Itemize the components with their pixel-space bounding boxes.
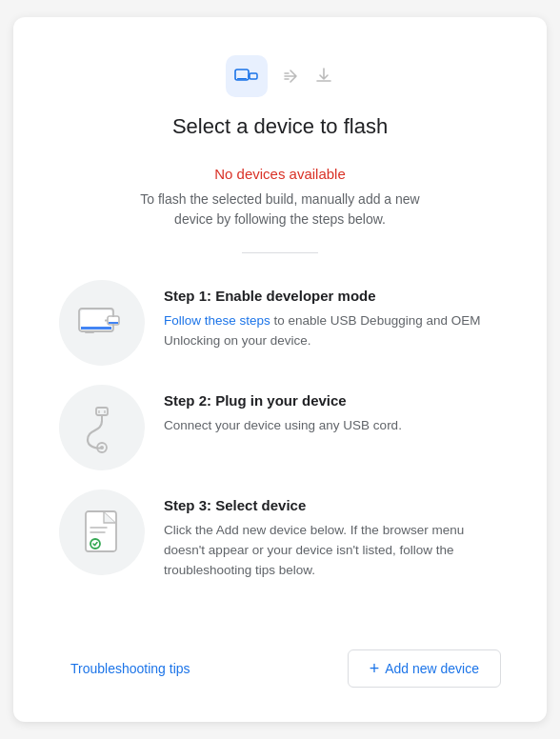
troubleshoot-button[interactable]: Troubleshooting tips — [59, 651, 202, 686]
no-devices-status: No devices available — [214, 166, 346, 182]
step-2-icon-wrap — [59, 385, 145, 470]
svg-rect-4 — [250, 74, 256, 78]
add-device-button[interactable]: + Add new device — [348, 649, 501, 688]
step-3-desc: Click the Add new device below. If the b… — [164, 521, 501, 581]
footer: Troubleshooting tips + Add new device — [59, 642, 501, 688]
step-1-content: Step 1: Enable developer mode Follow the… — [164, 280, 501, 351]
follow-steps-link[interactable]: Follow these steps — [164, 313, 270, 328]
step-3-content: Step 3: Select device Click the Add new … — [164, 489, 501, 581]
svg-rect-2 — [237, 78, 247, 80]
svg-point-17 — [100, 446, 104, 449]
developer-mode-icon — [68, 295, 136, 350]
header-icons — [226, 55, 334, 97]
step-1-desc: Follow these steps to enable USB Debuggi… — [164, 311, 501, 351]
no-devices-description: To flash the selected build, manually ad… — [128, 190, 432, 230]
svg-rect-12 — [109, 322, 118, 324]
svg-rect-9 — [85, 331, 94, 333]
step-2-desc: Connect your device using any USB cord. — [164, 416, 501, 436]
svg-rect-1 — [236, 70, 248, 79]
main-card: Select a device to flash No devices avai… — [13, 17, 547, 722]
download-icon — [313, 66, 334, 87]
divider — [242, 252, 318, 253]
device-icon — [226, 55, 268, 97]
usb-plug-icon — [69, 394, 135, 461]
step-2-title: Step 2: Plug in your device — [164, 392, 501, 409]
step-1-icon-wrap — [59, 280, 145, 366]
svg-rect-13 — [105, 320, 108, 322]
add-device-label: Add new device — [385, 661, 479, 676]
svg-rect-8 — [81, 327, 111, 330]
svg-rect-14 — [96, 408, 108, 415]
step-2-content: Step 2: Plug in your device Connect your… — [164, 385, 501, 436]
step-3-title: Step 3: Select device — [164, 497, 501, 513]
select-device-icon — [69, 498, 135, 567]
plus-icon: + — [370, 660, 380, 677]
step-1-title: Step 1: Enable developer mode — [164, 288, 501, 304]
steps-list: Step 1: Enable developer mode Follow the… — [59, 280, 501, 581]
svg-rect-5 — [248, 76, 250, 77]
arrow-icon — [281, 67, 300, 86]
page-title: Select a device to flash — [172, 114, 388, 139]
step-3: Step 3: Select device Click the Add new … — [59, 489, 501, 581]
step-2: Step 2: Plug in your device Connect your… — [59, 385, 501, 470]
step-3-icon-wrap — [59, 489, 145, 575]
step-1: Step 1: Enable developer mode Follow the… — [59, 280, 501, 366]
